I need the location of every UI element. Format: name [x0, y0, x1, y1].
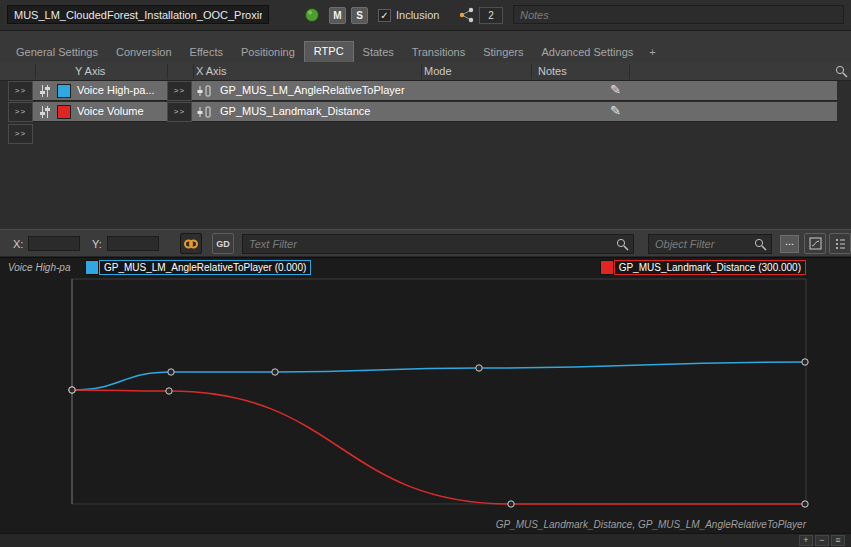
mute-button[interactable]: M — [329, 7, 346, 24]
table-row[interactable]: >> Voice Volume >> GP_MUS_Landmark_Dista… — [0, 102, 851, 123]
x-axis-parameter-name: GP_MUS_LM_AngleRelativeToPlayer — [220, 84, 405, 96]
editor-tabs: General Settings Conversion Effects Posi… — [0, 40, 851, 62]
header-notes[interactable]: Notes — [538, 65, 567, 77]
curve-color-swatch — [57, 84, 71, 98]
game-parameter-icon — [196, 105, 214, 119]
tag-label: GP_MUS_Landmark_Distance (300.000) — [614, 260, 806, 275]
x-coordinate-input[interactable] — [28, 236, 80, 251]
solo-button[interactable]: S — [351, 7, 368, 24]
column-separator — [421, 64, 422, 79]
notes-input[interactable] — [513, 5, 844, 24]
y-axis-property-name: Voice High-pa... — [77, 84, 155, 96]
rtpc-curve-graph: Voice High-pa GP_MUS_LM_AngleRelativeToP… — [0, 257, 851, 533]
curve-color-swatch — [57, 105, 71, 119]
text-filter-field — [242, 234, 634, 254]
menu-list-icon — [834, 237, 847, 250]
tab-stingers[interactable]: Stingers — [474, 43, 532, 62]
tab-conversion[interactable]: Conversion — [107, 43, 181, 62]
rtpc-table: Y Axis X Axis Mode Notes >> Voice High-p… — [0, 62, 851, 229]
inclusion-label: Inclusion — [396, 9, 439, 21]
column-separator — [193, 64, 194, 79]
reference-count-badge[interactable]: 2 — [479, 7, 503, 24]
tag-label: GP_MUS_LM_AngleRelativeToPlayer (0.000) — [99, 260, 311, 275]
references-share-icon[interactable] — [458, 7, 476, 23]
tab-positioning[interactable]: Positioning — [232, 43, 304, 62]
zoom-out-button[interactable]: − — [815, 535, 829, 546]
curve-toolbar: X: Y: GD ... — [0, 229, 851, 257]
text-filter-input[interactable] — [243, 235, 633, 253]
y-axis-property-name: Voice Volume — [77, 105, 144, 117]
tag-color-swatch — [600, 260, 614, 275]
fader-icon — [39, 105, 51, 119]
header-mode[interactable]: Mode — [424, 65, 452, 77]
view-options-menu-button[interactable] — [829, 233, 851, 254]
rtpc-table-header: Y Axis X Axis Mode Notes — [0, 62, 851, 81]
y-coordinate-label: Y: — [92, 238, 102, 250]
x-axis-parameter-name: GP_MUS_Landmark_Distance — [220, 105, 370, 117]
y-coordinate-input[interactable] — [107, 236, 159, 251]
object-filter-input[interactable] — [649, 235, 771, 253]
edit-notes-icon[interactable]: ✎ — [610, 103, 621, 118]
x-axis-expander-button[interactable]: >> — [167, 102, 192, 122]
y-axis-expander-button[interactable]: >> — [8, 81, 33, 101]
tab-rtpc[interactable]: RTPC — [304, 41, 354, 62]
game-parameter-icon — [196, 84, 214, 98]
tab-states[interactable]: States — [354, 43, 403, 62]
tag-color-swatch — [85, 260, 99, 275]
object-filter-field — [648, 234, 772, 254]
x-coordinate-label: X: — [13, 238, 23, 250]
parameter-tag-distance[interactable]: GP_MUS_Landmark_Distance (300.000) — [600, 260, 806, 275]
row-selection-band[interactable] — [33, 102, 837, 122]
grid-display-button[interactable]: GD — [212, 233, 234, 254]
tab-effects[interactable]: Effects — [181, 43, 232, 62]
search-icon — [754, 238, 767, 251]
link-icon — [183, 236, 199, 252]
edit-notes-icon[interactable]: ✎ — [610, 82, 621, 97]
x-axis-expander-button[interactable]: >> — [167, 81, 192, 101]
fader-icon — [39, 84, 51, 98]
header-x-axis[interactable]: X Axis — [196, 65, 227, 77]
tab-add[interactable]: + — [642, 43, 662, 62]
zoom-in-button[interactable]: + — [799, 535, 813, 546]
link-curves-button[interactable] — [180, 233, 202, 254]
search-icon — [616, 238, 629, 251]
status-bar: + − ≡ — [0, 533, 851, 547]
title-bar: M S ✓ Inclusion 2 — [0, 0, 851, 31]
actor-mixer-icon — [304, 7, 320, 23]
column-separator — [167, 64, 168, 79]
parameter-tag-angle[interactable]: GP_MUS_LM_AngleRelativeToPlayer (0.000) — [85, 260, 311, 275]
add-row-expander-button[interactable]: >> — [8, 124, 33, 144]
graph-footer-parameters-label: GP_MUS_Landmark_Distance, GP_MUS_LM_Angl… — [496, 519, 806, 530]
tab-general-settings[interactable]: General Settings — [7, 43, 107, 62]
column-separator — [35, 64, 36, 79]
y-axis-expander-button[interactable]: >> — [8, 102, 33, 122]
zoom-fit-button[interactable]: ≡ — [831, 535, 845, 546]
more-options-button[interactable]: ... — [780, 235, 799, 253]
graph-y-axis-label: Voice High-pa — [8, 262, 70, 273]
object-name-input[interactable] — [7, 5, 269, 24]
tab-advanced-settings[interactable]: Advanced Settings — [533, 43, 643, 62]
column-separator — [629, 64, 630, 79]
wwise-rtpc-editor: M S ✓ Inclusion 2 General Settings Conve… — [0, 0, 851, 547]
tab-transitions[interactable]: Transitions — [403, 43, 474, 62]
column-separator — [531, 64, 532, 79]
curve-view-button[interactable] — [804, 233, 826, 254]
inclusion-checkbox[interactable]: ✓ — [378, 9, 391, 22]
header-y-axis[interactable]: Y Axis — [75, 65, 105, 77]
curve-box-icon — [809, 237, 822, 250]
rtpc-curve-svg[interactable] — [0, 258, 851, 534]
table-search-icon[interactable] — [835, 65, 848, 78]
table-row[interactable]: >> Voice High-pa... >> GP_MUS_LM_AngleRe… — [0, 81, 851, 102]
